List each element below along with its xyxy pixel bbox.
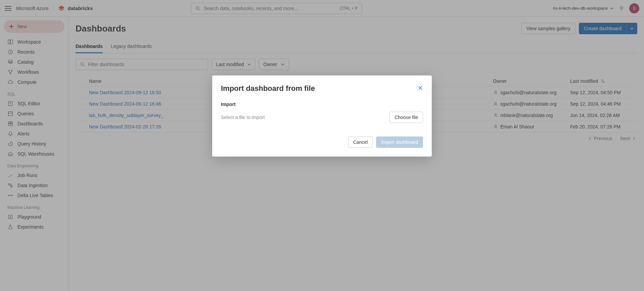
- modal-overlay[interactable]: Import dashboard from file Import Select…: [0, 0, 644, 291]
- modal-close-button[interactable]: [418, 85, 423, 92]
- import-dashboard-modal: Import dashboard from file Import Select…: [212, 75, 432, 157]
- import-section-label: Import: [221, 102, 423, 107]
- import-dashboard-button[interactable]: Import dashboard: [376, 136, 423, 148]
- file-hint: Select a file to import: [221, 115, 265, 120]
- cancel-button[interactable]: Cancel: [348, 136, 373, 148]
- modal-title: Import dashboard from file: [221, 84, 315, 93]
- choose-file-button[interactable]: Choose file: [389, 112, 423, 123]
- close-icon: [418, 85, 423, 91]
